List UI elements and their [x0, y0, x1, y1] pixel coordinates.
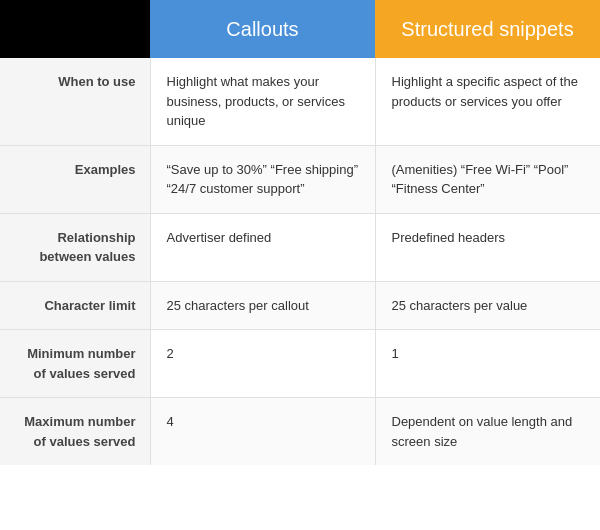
table-row: When to useHighlight what makes your bus…: [0, 58, 600, 145]
row-col2-value: Dependent on value length and screen siz…: [375, 398, 600, 466]
row-label: Character limit: [0, 281, 150, 330]
table-row: Maximum number of values served4Dependen…: [0, 398, 600, 466]
header-col1: Callouts: [150, 0, 375, 58]
row-label: Relationship between values: [0, 213, 150, 281]
row-col1-value: 4: [150, 398, 375, 466]
row-col1-value: 2: [150, 330, 375, 398]
row-col2-value: 25 characters per value: [375, 281, 600, 330]
comparison-table: Callouts Structured snippets When to use…: [0, 0, 600, 465]
row-col2-value: 1: [375, 330, 600, 398]
table-row: Character limit25 characters per callout…: [0, 281, 600, 330]
table-row: Minimum number of values served21: [0, 330, 600, 398]
row-col2-value: Highlight a specific aspect of the produ…: [375, 58, 600, 145]
table-row: Examples“Save up to 30%” “Free shipping”…: [0, 145, 600, 213]
table-row: Relationship between valuesAdvertiser de…: [0, 213, 600, 281]
row-label: When to use: [0, 58, 150, 145]
comparison-table-wrapper: Callouts Structured snippets When to use…: [0, 0, 600, 465]
row-col1-value: Advertiser defined: [150, 213, 375, 281]
row-col1-value: “Save up to 30%” “Free shipping” “24/7 c…: [150, 145, 375, 213]
row-label: Examples: [0, 145, 150, 213]
header-col2: Structured snippets: [375, 0, 600, 58]
col2-title: Structured snippets: [401, 18, 573, 40]
row-col1-value: 25 characters per callout: [150, 281, 375, 330]
row-col1-value: Highlight what makes your business, prod…: [150, 58, 375, 145]
row-label: Minimum number of values served: [0, 330, 150, 398]
row-label: Maximum number of values served: [0, 398, 150, 466]
header-empty: [0, 0, 150, 58]
col1-title: Callouts: [226, 18, 298, 40]
row-col2-value: Predefined headers: [375, 213, 600, 281]
row-col2-value: (Amenities) “Free Wi-Fi” “Pool” “Fitness…: [375, 145, 600, 213]
